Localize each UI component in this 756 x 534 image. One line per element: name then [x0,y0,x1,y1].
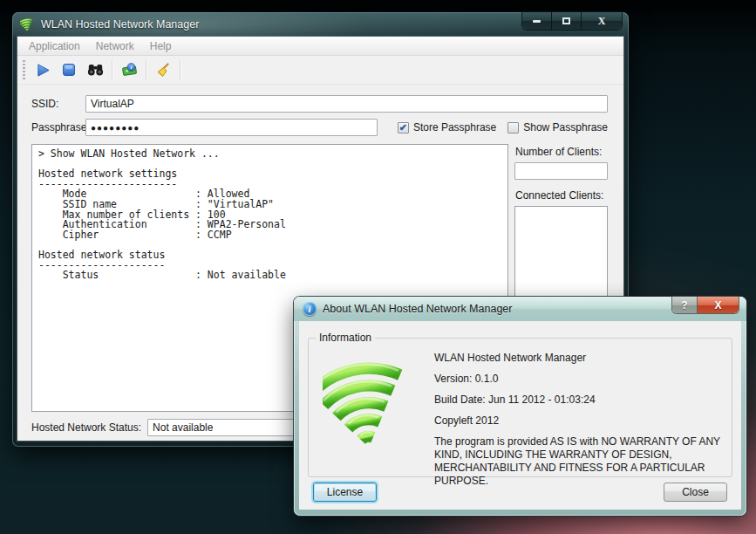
number-of-clients-input[interactable] [514,162,608,180]
svg-text:i: i [130,64,132,71]
menu-item-application[interactable]: Application [21,38,88,55]
information-groupbox-label: Information [316,332,375,344]
passphrase-input[interactable]: ●●●●●●●● [85,119,378,136]
about-dialog: i About WLAN Hosted Network Manager ? X … [294,297,746,516]
toolbar: i [17,56,623,85]
store-passphrase-label: Store Passphrase [413,121,496,134]
broom-icon [155,63,171,78]
dialog-help-button[interactable]: ? [672,297,698,313]
ssid-label: SSID: [31,98,85,110]
minimize-icon [533,20,541,23]
hosted-network-status-label: Hosted Network Status: [31,421,141,434]
show-passphrase-checkbox[interactable]: Show Passphrase [507,121,608,134]
dialog-button-row: License Close [313,483,727,502]
toolbar-separator [112,59,112,80]
toolbar-drag-handle[interactable] [23,60,25,79]
dialog-body: Information [299,321,741,510]
main-titlebar[interactable]: WLAN Hosted Network Manager X [12,12,629,37]
menu-item-help[interactable]: Help [142,38,180,55]
window-controls: X [522,12,622,30]
menu-item-network[interactable]: Network [88,38,142,55]
about-version: Version: 0.1.0 [434,373,721,385]
close-icon: X [598,16,606,26]
dialog-title: About WLAN Hosted Network Manager [323,303,512,315]
connected-clients-label: Connected Clients: [515,189,608,202]
ssid-input[interactable]: VirtualAP [85,95,608,113]
stop-hosted-network-button[interactable] [58,58,80,81]
wifi-icon [20,17,35,32]
show-passphrase-label: Show Passphrase [523,121,608,134]
dialog-close-button[interactable]: X [698,297,739,313]
adapter-info-button[interactable]: i [118,58,140,81]
maximize-icon [562,17,570,24]
start-hosted-network-button[interactable] [31,58,54,81]
passphrase-label: Passphrase: [31,121,85,134]
window-title: WLAN Hosted Network Manager [41,18,199,31]
form-area: SSID: VirtualAP Passphrase: ●●●●●●●● ✔ S… [17,85,623,142]
dialog-controls: ? X [672,297,739,313]
about-app-name: WLAN Hosted Network Manager [434,352,721,364]
binoculars-icon [87,63,104,77]
maximize-button[interactable] [552,12,582,30]
number-of-clients-label: Number of Clients: [515,146,608,158]
dialog-titlebar[interactable]: i About WLAN Hosted Network Manager ? X [294,297,746,321]
desktop: { "icons": { "close_glyph": "X", "help_g… [0,0,756,534]
toolbar-separator [180,59,180,80]
information-groupbox: Information [308,338,732,477]
play-icon [36,63,51,78]
about-copyleft: Copyleft 2012 [434,414,721,427]
clear-console-button[interactable] [152,58,174,81]
menubar: Application Network Help [17,37,623,56]
stop-icon [62,63,76,77]
info-icon: i [303,302,317,316]
about-build-date: Build Date: Jun 11 2012 - 01:03:24 [434,394,721,406]
console-text: > Show WLAN Hosted Network ... Hosted ne… [38,149,501,281]
checkbox-check-icon: ✔ [398,122,409,134]
network-adapter-info-icon: i [121,63,138,77]
show-network-button[interactable] [84,58,106,81]
checkbox-empty-icon [507,122,519,134]
dialog-close-action-button[interactable]: Close [664,483,727,502]
about-warranty-text: The program is provided AS IS with NO WA… [434,435,721,488]
store-passphrase-checkbox[interactable]: ✔ Store Passphrase [398,121,496,134]
toolbar-separator [146,59,146,80]
about-text: WLAN Hosted Network Manager Version: 0.1… [434,349,721,469]
close-button[interactable]: X [582,12,622,30]
license-button[interactable]: License [313,483,377,502]
minimize-button[interactable] [522,12,552,30]
wifi-logo [323,349,415,469]
